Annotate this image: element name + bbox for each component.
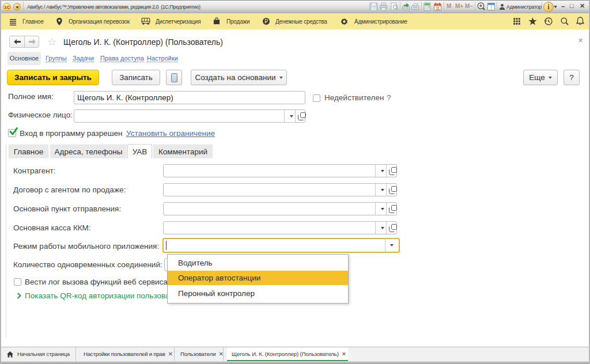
svg-text:31: 31: [436, 6, 440, 10]
